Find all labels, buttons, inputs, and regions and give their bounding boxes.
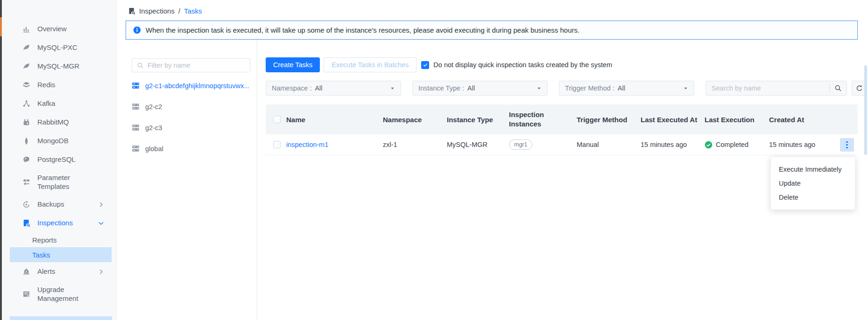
sidebar-item-mongodb[interactable]: MongoDB bbox=[2, 132, 116, 150]
sidebar-item-label: Kafka bbox=[37, 99, 55, 108]
instance-type-select[interactable]: Instance Type : All bbox=[412, 81, 548, 96]
cluster-item-label: g2-c3 bbox=[145, 124, 162, 132]
inspections-icon bbox=[128, 7, 135, 15]
cluster-list: g2-c1-abcdefghijklmnopqrstuvwx... g2-c2 … bbox=[132, 75, 257, 159]
sidebar-item-label: Overview bbox=[37, 24, 67, 34]
mongodb-icon bbox=[22, 137, 31, 145]
row-actions-kebab-button[interactable] bbox=[840, 138, 854, 152]
toolbar: Create Tasks Execute Tasks in Batches Do… bbox=[266, 57, 868, 72]
row-checkbox-cell bbox=[266, 141, 286, 148]
sidebar-item-parameter-templates[interactable]: Parameter Templates bbox=[2, 169, 116, 195]
sidebar-item-label: Reports bbox=[32, 236, 57, 244]
sidebar-item-alerts[interactable]: Alerts bbox=[2, 262, 116, 281]
sidebar-item-redis[interactable]: Redis bbox=[2, 76, 116, 94]
search-icon[interactable] bbox=[830, 84, 847, 92]
menu-item-execute-immediately[interactable]: Execute Immediately bbox=[771, 162, 855, 176]
mysql-icon bbox=[22, 43, 31, 52]
caret-down-icon bbox=[390, 86, 395, 91]
sidebar-item-label: MySQL-MGR bbox=[37, 62, 79, 71]
sidebar-item-upgrade-management[interactable]: Upgrade Management bbox=[2, 281, 116, 307]
sidebar-item-mysql-mgr[interactable]: MySQL-MGR bbox=[2, 57, 116, 76]
search-box bbox=[706, 81, 847, 96]
column-header-last-execution: Last Execution bbox=[705, 116, 769, 124]
row-checkbox[interactable] bbox=[273, 141, 281, 148]
checkbox-checked-icon[interactable] bbox=[421, 61, 429, 69]
mysql-icon bbox=[22, 62, 31, 70]
column-header-last-executed-at: Last Executed At bbox=[641, 116, 705, 124]
content-row: g2-c1-abcdefghijklmnopqrstuvwx... g2-c2 … bbox=[117, 40, 868, 320]
backups-icon bbox=[22, 200, 31, 209]
info-banner: When the inspection task is executed, it… bbox=[126, 21, 858, 40]
status-badge: Completed bbox=[705, 141, 769, 149]
sidebar-item-label: Upgrade Management bbox=[37, 285, 86, 303]
chevron-down-icon bbox=[98, 220, 104, 226]
task-name-link[interactable]: inspection-m1 bbox=[286, 141, 328, 148]
instance-type-select-label: Instance Type : bbox=[418, 84, 464, 92]
search-icon bbox=[137, 62, 144, 69]
trigger-method-cell: Manual bbox=[577, 141, 641, 148]
header-checkbox-cell bbox=[266, 116, 286, 123]
column-header-inspection-instances: Inspection Instances bbox=[509, 110, 577, 129]
inspections-icon bbox=[22, 219, 31, 227]
app-window: Overview MySQL-PXC MySQL-MGR Redis Kafka… bbox=[0, 0, 868, 320]
row-actions-menu: Execute Immediately Update Delete bbox=[770, 157, 855, 210]
sidebar-item-kafka[interactable]: Kafka bbox=[2, 94, 116, 113]
info-banner-text: When the inspection task is executed, it… bbox=[146, 26, 579, 34]
filter-row: Namespace : All Instance Type : All Trig… bbox=[266, 81, 868, 96]
execute-tasks-in-batches-button[interactable]: Execute Tasks in Batches bbox=[324, 57, 416, 72]
sidebar-item-label: PostgreSQL bbox=[37, 155, 76, 164]
sidebar-item-overview[interactable]: Overview bbox=[2, 20, 116, 38]
create-tasks-button[interactable]: Create Tasks bbox=[266, 57, 320, 72]
column-header-namespace: Namespace bbox=[383, 116, 447, 124]
trigger-method-select-label: Trigger Method : bbox=[565, 84, 614, 92]
alerts-icon bbox=[22, 267, 31, 276]
kafka-icon bbox=[22, 99, 31, 108]
search-input[interactable] bbox=[706, 84, 829, 92]
sidebar-item-mysql-pxc[interactable]: MySQL-PXC bbox=[2, 38, 116, 57]
instance-type-cell: MySQL-MGR bbox=[447, 141, 509, 148]
hide-quick-tasks-checkbox-group[interactable]: Do not display quick inspection tasks cr… bbox=[421, 61, 612, 69]
menu-item-delete[interactable]: Delete bbox=[771, 190, 855, 204]
namespace-select-value: All bbox=[315, 84, 322, 92]
sidebar-item-label: Alerts bbox=[37, 267, 55, 276]
vertical-scrollbar-thumb[interactable] bbox=[864, 65, 867, 155]
task-name-cell: inspection-m1 bbox=[286, 141, 383, 148]
sidebar-item-tasks[interactable]: Tasks bbox=[10, 247, 112, 262]
inspection-instances-cell: mgr1 bbox=[509, 139, 577, 150]
parameter-templates-icon bbox=[22, 178, 31, 186]
sidebar-item-label: RabbitMQ bbox=[37, 118, 69, 127]
breadcrumb-current[interactable]: Tasks bbox=[184, 7, 202, 15]
success-check-icon bbox=[705, 141, 713, 149]
cluster-filter-input[interactable] bbox=[148, 62, 245, 69]
cluster-item-global[interactable]: global bbox=[132, 138, 250, 159]
server-icon bbox=[132, 82, 140, 90]
cluster-item-g2-c3[interactable]: g2-c3 bbox=[132, 117, 250, 138]
sidebar-item-label: Redis bbox=[37, 80, 55, 90]
table-header-row: Name Namespace Instance Type Inspection … bbox=[266, 104, 858, 134]
sidebar-item-label: Backups bbox=[37, 200, 64, 209]
main-area: Inspections / Tasks When the inspection … bbox=[117, 0, 868, 320]
server-icon bbox=[132, 145, 140, 153]
trigger-method-select[interactable]: Trigger Method : All bbox=[559, 81, 694, 96]
sidebar-scroll-sliver bbox=[10, 316, 112, 320]
cluster-item-g2-c2[interactable]: g2-c2 bbox=[132, 96, 250, 117]
caret-down-icon bbox=[683, 86, 688, 91]
instance-type-select-value: All bbox=[467, 84, 475, 92]
sidebar-item-reports[interactable]: Reports bbox=[10, 232, 112, 247]
cluster-item-g2-c1[interactable]: g2-c1-abcdefghijklmnopqrstuvwx... bbox=[132, 75, 250, 96]
last-execution-cell: Completed bbox=[705, 141, 769, 149]
namespace-select[interactable]: Namespace : All bbox=[266, 81, 401, 96]
sidebar-item-postgresql[interactable]: PostgreSQL bbox=[2, 150, 116, 169]
sidebar-item-backups[interactable]: Backups bbox=[2, 195, 116, 214]
sidebar-item-rabbitmq[interactable]: RabbitMQ bbox=[2, 113, 116, 132]
sidebar-item-label: MySQL-PXC bbox=[37, 43, 78, 52]
instance-pill: mgr1 bbox=[509, 139, 532, 150]
select-all-checkbox[interactable] bbox=[273, 116, 281, 123]
sidebar-item-inspections[interactable]: Inspections bbox=[2, 214, 116, 232]
column-header-name: Name bbox=[286, 116, 383, 124]
namespace-cell: zxl-1 bbox=[383, 141, 447, 148]
cluster-panel: g2-c1-abcdefghijklmnopqrstuvwx... g2-c2 … bbox=[117, 40, 257, 320]
chevron-right-icon bbox=[98, 202, 104, 208]
menu-item-update[interactable]: Update bbox=[771, 176, 855, 190]
cluster-item-label: g2-c2 bbox=[145, 103, 162, 111]
